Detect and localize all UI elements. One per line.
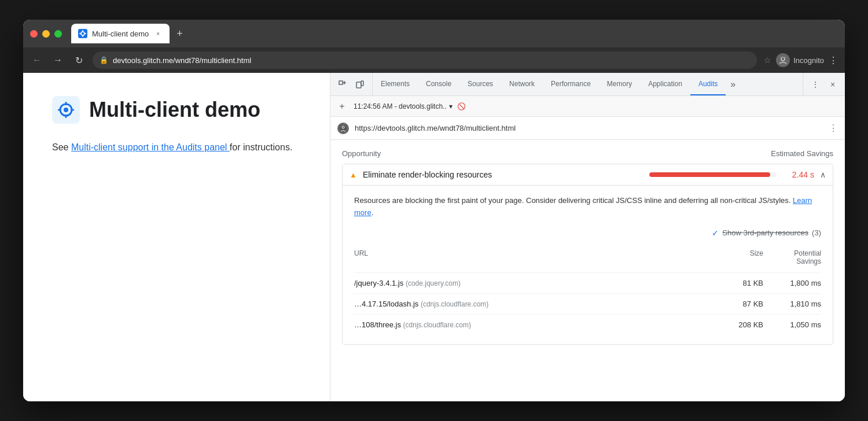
timestamp-text: 11:24:56 AM - devtools.glitch.. — [354, 102, 447, 110]
clear-icon[interactable]: 🚫 — [457, 102, 466, 110]
lock-icon: 🔒 — [100, 56, 108, 64]
table-row: …4.17.15/lodash.js (cdnjs.cloudflare.com… — [354, 293, 821, 314]
devtools-url-text: https://devtools.glitch.me/wndt78/multic… — [355, 124, 823, 132]
device-toggle-icon[interactable] — [352, 77, 367, 92]
page-logo — [52, 96, 80, 124]
address-field[interactable]: 🔒 devtools.glitch.me/wndt78/multiclient.… — [93, 51, 757, 69]
opportunity-title: Eliminate render-blocking resources — [363, 170, 643, 179]
page-title: Multi-client demo — [89, 98, 260, 122]
browser-actions: ☆ Incognito ⋮ — [764, 53, 838, 67]
resource-size-1: 81 KB — [717, 279, 763, 287]
audits-panel-link[interactable]: Multi-client support in the Audits panel — [71, 142, 230, 152]
resource-domain: (cdnjs.cloudflare.com) — [421, 300, 488, 308]
resource-path: /jquery-3.4.1.js — [354, 279, 403, 287]
devtools-tabs: Elements Console Sources Network Perform… — [373, 73, 803, 95]
url-display: devtools.glitch.me/wndt78/multiclient.ht… — [113, 56, 251, 65]
savings-bar-fill — [649, 172, 770, 177]
page-content: Multi-client demo See Multi-client suppo… — [23, 73, 330, 401]
svg-rect-15 — [339, 81, 343, 84]
tab-memory[interactable]: Memory — [599, 73, 640, 95]
resource-path: …4.17.15/lodash.js — [354, 300, 418, 308]
incognito-button[interactable]: Incognito — [776, 53, 824, 67]
estimated-savings-label: Estimated Savings — [771, 149, 833, 158]
table-header-row: URL Size Potential Savings — [354, 247, 821, 268]
chevron-up-icon: ∧ — [820, 170, 826, 179]
devtools-left-icons — [330, 73, 373, 95]
resource-domain: (code.jquery.com) — [406, 279, 461, 287]
resource-savings-1: 1,800 ms — [763, 279, 821, 287]
close-window-button[interactable] — [30, 30, 38, 38]
minimize-window-button[interactable] — [42, 30, 50, 38]
tab-console[interactable]: Console — [418, 73, 459, 95]
savings-column-header: Potential Savings — [763, 249, 821, 265]
address-bar: ← → ↻ 🔒 devtools.glitch.me/wndt78/multic… — [23, 47, 845, 73]
incognito-label: Incognito — [793, 56, 824, 65]
table-row: /jquery-3.4.1.js (code.jquery.com) 81 KB… — [354, 272, 821, 293]
resources-table: URL Size Potential Savings /jquery-3.4.1… — [354, 247, 821, 335]
devtools-toolbar: Elements Console Sources Network Perform… — [330, 73, 845, 96]
resource-domain: (cdnjs.cloudflare.com) — [403, 321, 471, 329]
resource-path: …108/three.js — [354, 320, 401, 329]
devtools-actions: ⋮ × — [803, 73, 845, 95]
back-button[interactable]: ← — [30, 53, 44, 67]
timestamp-dropdown[interactable]: 11:24:56 AM - devtools.glitch.. ▾ — [354, 102, 453, 110]
size-column-header: Size — [717, 249, 763, 265]
tab-elements[interactable]: Elements — [373, 73, 418, 95]
resource-size-3: 208 KB — [717, 320, 763, 329]
resource-url-2: …4.17.15/lodash.js (cdnjs.cloudflare.com… — [354, 300, 717, 308]
tab-network[interactable]: Network — [501, 73, 543, 95]
reload-button[interactable]: ↻ — [72, 53, 86, 67]
devtools-panel: Elements Console Sources Network Perform… — [330, 73, 845, 401]
description-prefix: See — [52, 142, 71, 152]
devtools-close-button[interactable]: × — [825, 77, 840, 92]
description-suffix: for instructions. — [230, 142, 292, 152]
tab-performance[interactable]: Performance — [543, 73, 599, 95]
checkbox-icon: ✓ — [712, 228, 719, 238]
svg-point-6 — [781, 57, 785, 61]
browser-tab[interactable]: Multi-client demo × — [71, 24, 170, 43]
url-favicon — [337, 123, 349, 134]
tab-application[interactable]: Application — [640, 73, 690, 95]
svg-rect-19 — [361, 81, 363, 86]
opportunity-row[interactable]: ▲ Eliminate render-blocking resources 2.… — [343, 164, 833, 186]
title-bar: Multi-client demo × + — [23, 20, 845, 47]
resource-savings-3: 1,050 ms — [763, 320, 821, 329]
dropdown-arrow-icon: ▾ — [449, 102, 453, 110]
tab-close-button[interactable]: × — [153, 29, 163, 38]
resource-url-1: /jquery-3.4.1.js (code.jquery.com) — [354, 279, 717, 287]
url-more-button[interactable]: ⋮ — [829, 123, 838, 134]
forward-button[interactable]: → — [51, 53, 65, 67]
maximize-window-button[interactable] — [54, 30, 62, 38]
devtools-secondary-bar: + 11:24:56 AM - devtools.glitch.. ▾ 🚫 — [330, 96, 845, 117]
more-tabs-button[interactable]: » — [726, 79, 740, 90]
tab-sources[interactable]: Sources — [459, 73, 501, 95]
devtools-more-button[interactable]: ⋮ — [808, 77, 823, 92]
tab-bar: Multi-client demo × + — [71, 24, 838, 43]
third-party-filter[interactable]: ✓ Show 3rd-party resources (3) — [354, 228, 821, 238]
opportunity-header: Opportunity Estimated Savings — [342, 149, 833, 158]
timestamp-area: 11:24:56 AM - devtools.glitch.. ▾ 🚫 — [354, 102, 466, 110]
browser-menu-button[interactable]: ⋮ — [829, 55, 838, 66]
resource-url-3: …108/three.js (cdnjs.cloudflare.com) — [354, 320, 717, 329]
svg-rect-18 — [356, 82, 361, 88]
tab-audits[interactable]: Audits — [690, 73, 726, 95]
page-header: Multi-client demo — [52, 96, 301, 124]
third-party-count: (3) — [812, 228, 821, 237]
audits-content: Opportunity Estimated Savings ▲ Eliminat… — [330, 140, 845, 401]
browser-window: Multi-client demo × + ← → ↻ 🔒 devtools.g… — [23, 20, 845, 401]
savings-bar-container — [649, 172, 777, 177]
tab-favicon — [78, 29, 87, 38]
bookmark-icon[interactable]: ☆ — [764, 56, 771, 65]
svg-point-10 — [64, 108, 68, 112]
element-picker-icon[interactable] — [335, 77, 350, 92]
third-party-label: Show 3rd-party resources — [722, 228, 808, 237]
warning-icon: ▲ — [350, 171, 357, 179]
resource-savings-2: 1,810 ms — [763, 300, 821, 308]
add-audit-button[interactable]: + — [335, 99, 349, 113]
devtools-url-bar: https://devtools.glitch.me/wndt78/multic… — [330, 117, 845, 140]
opportunity-expanded: Resources are blocking the first paint o… — [343, 186, 833, 344]
new-tab-button[interactable]: + — [172, 25, 187, 42]
page-description: See Multi-client support in the Audits p… — [52, 140, 301, 155]
savings-value: 2.44 s — [782, 170, 814, 179]
traffic-lights — [30, 30, 62, 38]
